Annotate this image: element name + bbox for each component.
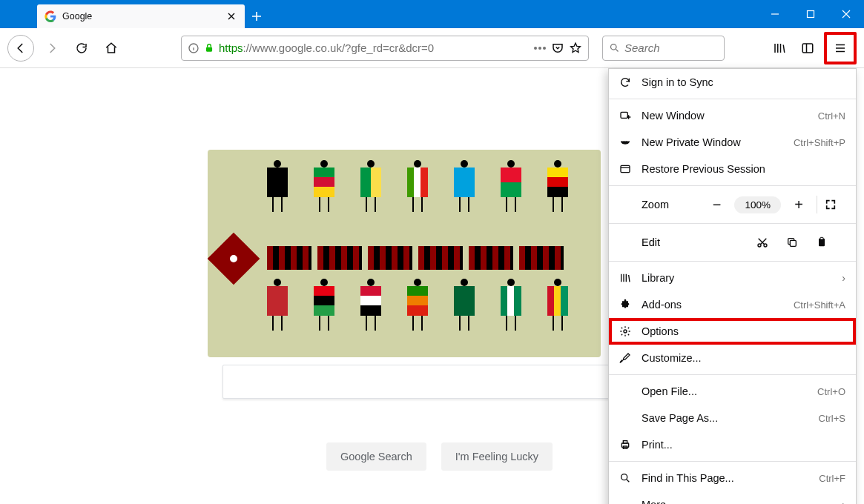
menu-new-private-window[interactable]: New Private Window Ctrl+Shift+P (609, 129, 856, 156)
chevron-right-icon: › (842, 499, 845, 504)
svg-rect-14 (820, 237, 823, 239)
window-minimize-button[interactable] (757, 0, 793, 28)
menu-zoom: Zoom − 100% + (609, 189, 856, 220)
home-button[interactable] (99, 36, 123, 60)
copy-button[interactable] (786, 236, 816, 248)
svg-rect-2 (206, 47, 212, 51)
menu-find-in-page[interactable]: Find in This Page... Ctrl+F (609, 465, 856, 491)
paintbrush-icon (619, 352, 631, 364)
hamburger-highlight (824, 32, 857, 64)
menu-more[interactable]: More › (609, 491, 856, 504)
search-icon (609, 42, 620, 53)
svg-point-5 (543, 47, 546, 50)
svg-point-19 (621, 474, 627, 480)
sidebar-button[interactable] (796, 36, 820, 60)
menu-customize[interactable]: Customize... (609, 345, 856, 371)
sync-icon (619, 76, 631, 88)
mask-icon (619, 136, 631, 148)
print-icon (619, 439, 631, 451)
tab-title: Google (62, 11, 220, 21)
browser-tab[interactable]: Google (37, 4, 245, 28)
tab-strip: Google (0, 0, 268, 28)
svg-rect-0 (808, 11, 814, 18)
svg-rect-17 (623, 441, 627, 443)
google-doodle[interactable] (208, 150, 601, 357)
search-placeholder: Search (624, 42, 660, 54)
app-menu-panel: Sign in to Sync New Window Ctrl+N New Pr… (608, 68, 857, 504)
lock-icon (204, 43, 214, 53)
menu-addons[interactable]: Add-ons Ctrl+Shift+A (609, 291, 856, 318)
menu-open-file[interactable]: Open File... Ctrl+O (609, 378, 856, 405)
feeling-lucky-button[interactable]: I'm Feeling Lucky (441, 442, 553, 471)
svg-point-3 (534, 47, 537, 50)
app-menu-button[interactable] (828, 36, 852, 60)
svg-point-4 (538, 47, 541, 50)
svg-rect-8 (621, 112, 627, 118)
gear-icon (619, 325, 631, 337)
zoom-value: 100% (734, 196, 781, 213)
puzzle-icon (619, 299, 631, 311)
svg-rect-12 (790, 240, 796, 246)
menu-options[interactable]: Options (609, 318, 856, 345)
forward-button[interactable] (40, 36, 64, 60)
chevron-right-icon: › (842, 272, 845, 284)
svg-point-6 (611, 44, 617, 50)
menu-restore-session[interactable]: Restore Previous Session (609, 156, 856, 182)
library-button[interactable] (768, 36, 791, 60)
library-icon (619, 272, 631, 284)
site-info-icon[interactable] (188, 42, 199, 54)
restore-icon (619, 163, 631, 175)
menu-library[interactable]: Library › (609, 265, 856, 291)
back-button[interactable] (7, 35, 34, 62)
search-icon (619, 472, 631, 484)
url-text: https://www.google.co.uk/?gfe_rd=cr&dcr=… (219, 42, 529, 54)
new-window-icon (619, 110, 631, 122)
bookmark-star-icon[interactable] (569, 42, 582, 55)
svg-rect-7 (802, 44, 813, 53)
tab-close-button[interactable] (225, 10, 237, 22)
google-search-button[interactable]: Google Search (326, 442, 426, 471)
window-close-button[interactable] (828, 0, 864, 28)
zoom-in-button[interactable]: + (788, 196, 809, 213)
url-bar[interactable]: https://www.google.co.uk/?gfe_rd=cr&dcr=… (181, 36, 589, 61)
svg-point-15 (624, 330, 627, 333)
fullscreen-button[interactable] (825, 199, 845, 210)
menu-print[interactable]: Print... (609, 431, 856, 458)
page-action-icon[interactable] (533, 46, 547, 50)
window-maximize-button[interactable] (793, 0, 828, 28)
pocket-icon[interactable] (551, 42, 564, 55)
menu-sign-in-sync[interactable]: Sign in to Sync (609, 69, 856, 96)
nav-toolbar: https://www.google.co.uk/?gfe_rd=cr&dcr=… (0, 28, 864, 68)
svg-rect-9 (621, 165, 630, 172)
window-controls (757, 0, 864, 28)
reload-button[interactable] (70, 36, 93, 60)
google-favicon-icon (44, 10, 56, 22)
cut-button[interactable] (756, 236, 786, 248)
paste-button[interactable] (816, 236, 845, 248)
menu-save-page[interactable]: Save Page As... Ctrl+S (609, 405, 856, 431)
zoom-out-button[interactable]: − (706, 196, 727, 213)
menu-new-window[interactable]: New Window Ctrl+N (609, 102, 856, 129)
window-titlebar: Google (0, 0, 864, 28)
google-search-input[interactable] (222, 365, 616, 399)
menu-edit: Edit (609, 227, 856, 258)
search-bar[interactable]: Search (602, 36, 725, 61)
new-tab-button[interactable] (245, 4, 268, 28)
